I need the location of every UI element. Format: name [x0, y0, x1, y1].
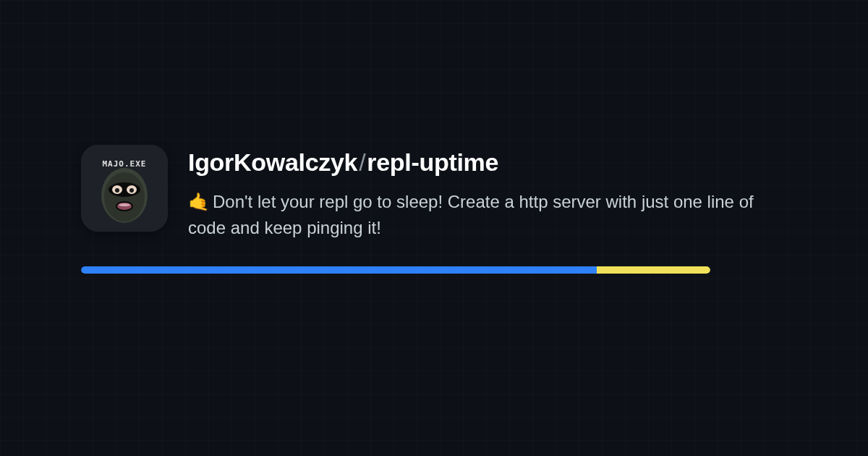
svg-point-7	[129, 188, 134, 193]
language-segment-secondary	[597, 266, 710, 274]
repo-title: IgorKowalczyk/repl-uptime	[188, 148, 787, 177]
repo-avatar: MAJO.EXE	[81, 145, 168, 232]
language-bar	[81, 266, 710, 274]
description-text: Don't let your repl go to sleep! Create …	[188, 192, 754, 237]
svg-point-10	[119, 203, 130, 206]
repo-description: 🤙Don't let your repl go to sleep! Create…	[188, 189, 787, 241]
repo-owner: IgorKowalczyk	[188, 148, 357, 176]
title-separator: /	[359, 148, 365, 176]
repo-name: repl-uptime	[367, 148, 498, 176]
repo-info: IgorKowalczyk/repl-uptime 🤙Don't let you…	[188, 145, 787, 241]
avatar-icon: MAJO.EXE	[81, 145, 168, 232]
call-me-hand-icon: 🤙	[188, 189, 210, 215]
svg-text:MAJO.EXE: MAJO.EXE	[103, 159, 147, 169]
svg-point-6	[115, 188, 119, 193]
repo-card: MAJO.EXE IgorKowalczyk/repl-uptime 🤙Don'…	[81, 145, 787, 241]
language-segment-primary	[81, 266, 597, 274]
